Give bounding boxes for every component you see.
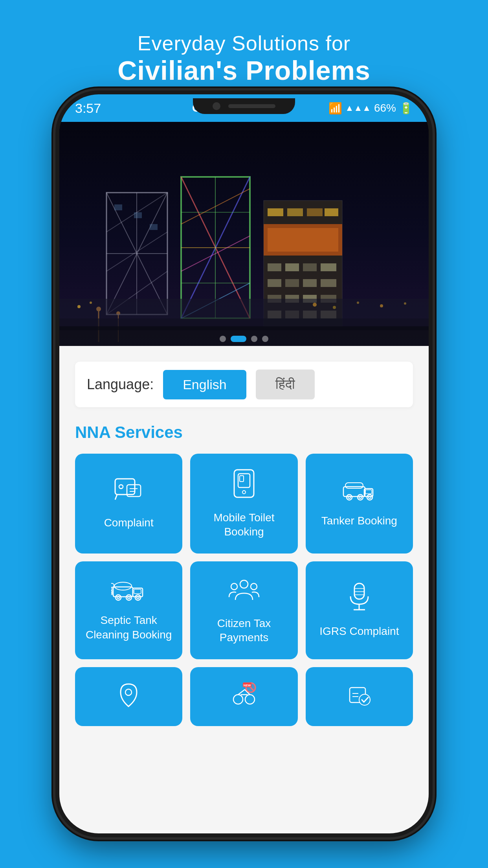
complaint-label: Complaint <box>104 516 154 530</box>
svg-point-78 <box>358 495 363 500</box>
svg-point-55 <box>313 303 317 307</box>
service-card-location[interactable] <box>75 667 182 726</box>
service-card-tax[interactable]: Citizen Tax Payments <box>190 561 297 659</box>
svg-rect-52 <box>59 299 429 326</box>
svg-line-109 <box>238 690 245 695</box>
svg-point-56 <box>333 306 336 309</box>
svg-point-77 <box>348 496 350 498</box>
svg-point-119 <box>359 694 370 705</box>
hero-title: Civilian's Problems <box>0 55 488 86</box>
status-time: 3:57 <box>75 101 101 116</box>
svg-point-92 <box>117 596 119 599</box>
svg-rect-28 <box>268 208 283 216</box>
svg-point-98 <box>251 583 257 590</box>
slider-dot-3[interactable] <box>251 336 257 342</box>
svg-rect-39 <box>285 279 299 287</box>
slider-dot-4[interactable] <box>262 336 268 342</box>
svg-rect-40 <box>303 279 317 287</box>
service-card-septic[interactable]: Septic Tank Cleaning Booking <box>75 561 182 659</box>
hero-subtitle: Everyday Solutions for <box>0 31 488 55</box>
tax-label: Citizen Tax Payments <box>198 616 290 645</box>
services-grid-partial: NEW <box>75 667 413 726</box>
service-card-complaint[interactable]: Complaint <box>75 454 182 554</box>
svg-point-79 <box>359 496 361 498</box>
service-card-tanker[interactable]: Tanker Booking <box>306 454 413 554</box>
svg-point-91 <box>116 595 121 600</box>
svg-point-76 <box>347 495 352 500</box>
speaker <box>228 104 275 108</box>
svg-rect-75 <box>365 490 372 494</box>
front-camera <box>213 102 220 110</box>
tanker-icon <box>341 479 377 507</box>
svg-point-107 <box>233 695 243 704</box>
language-hindi-button[interactable]: हिंदी <box>256 370 315 399</box>
status-right-icons: 📶 ▲▲▲ 66% 🔋 <box>328 102 413 115</box>
slider-dots <box>59 336 429 342</box>
language-english-button[interactable]: English <box>163 370 246 399</box>
igrs-label: IGRS Complaint <box>319 624 399 638</box>
svg-rect-73 <box>345 483 363 488</box>
svg-rect-34 <box>268 263 281 271</box>
svg-rect-31 <box>325 208 338 216</box>
phone-notch <box>193 98 295 114</box>
slider-dot-1[interactable] <box>220 336 226 342</box>
svg-text:NEW: NEW <box>244 684 251 687</box>
svg-point-95 <box>135 595 141 600</box>
toilet-icon <box>230 468 258 504</box>
phone-inner: 3:57 G ⊕ ⊛ • 📶 ▲▲▲ 66% 🔋 <box>59 94 429 833</box>
svg-point-54 <box>90 302 92 304</box>
svg-point-94 <box>128 596 130 599</box>
content-card: Language: English हिंदी NNA Services <box>59 346 429 833</box>
svg-rect-30 <box>307 208 323 216</box>
svg-point-58 <box>380 304 383 307</box>
svg-rect-13 <box>114 204 122 210</box>
svg-rect-70 <box>240 476 244 482</box>
language-label: Language: <box>87 376 154 393</box>
no-horn-icon: NEW <box>231 682 257 712</box>
phone-frame: 3:57 G ⊕ ⊛ • 📶 ▲▲▲ 66% 🔋 <box>55 90 433 837</box>
svg-point-53 <box>77 305 81 308</box>
svg-point-83 <box>114 582 132 590</box>
svg-point-86 <box>111 583 114 587</box>
svg-line-64 <box>115 495 117 500</box>
svg-rect-29 <box>287 208 303 216</box>
svg-rect-35 <box>285 263 299 271</box>
svg-point-59 <box>404 302 406 305</box>
igrs-icon <box>347 581 372 617</box>
svg-point-80 <box>367 495 372 500</box>
service-card-toilet[interactable]: Mobile Toilet Booking <box>190 454 297 554</box>
svg-rect-36 <box>303 263 317 271</box>
section-title: NNA Services <box>75 423 413 442</box>
service-card-no-horn[interactable]: NEW <box>190 667 297 726</box>
svg-point-106 <box>125 689 132 695</box>
signal-icon: ▲▲▲ <box>345 103 371 113</box>
city-photo <box>59 122 429 350</box>
service-card-verify[interactable] <box>306 667 413 726</box>
svg-rect-41 <box>321 279 336 287</box>
battery-icon: 🔋 <box>399 102 413 115</box>
tanker-label: Tanker Booking <box>321 514 397 528</box>
septic-label: Septic Tank Cleaning Booking <box>83 613 174 642</box>
hero-section: Everyday Solutions for Civilian's Proble… <box>0 31 488 86</box>
language-selector: Language: English हिंदी <box>75 362 413 407</box>
svg-point-71 <box>242 491 246 494</box>
location-icon <box>118 682 139 711</box>
svg-rect-60 <box>115 479 135 495</box>
svg-rect-37 <box>321 263 336 271</box>
svg-point-93 <box>126 595 132 600</box>
verify-icon <box>347 682 372 712</box>
svg-rect-15 <box>150 224 158 230</box>
svg-point-81 <box>369 496 371 498</box>
svg-point-96 <box>137 596 139 599</box>
wifi-icon: 📶 <box>328 102 342 115</box>
svg-rect-38 <box>268 279 281 287</box>
service-card-igrs[interactable]: IGRS Complaint <box>306 561 413 659</box>
tax-icon <box>228 576 260 609</box>
septic-icon <box>111 578 147 606</box>
battery-text: 66% <box>374 102 396 114</box>
svg-rect-100 <box>354 583 364 599</box>
toilet-label: Mobile Toilet Booking <box>198 511 290 539</box>
slider-dot-2[interactable] <box>231 336 246 342</box>
svg-point-99 <box>240 580 248 588</box>
complaint-icon <box>113 477 145 509</box>
